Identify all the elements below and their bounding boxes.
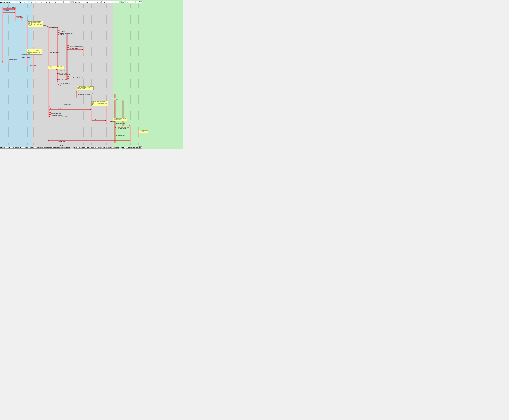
process-label-app-top: App process xyxy=(139,0,146,2)
header-a-activitythread: A_ActivityThread xyxy=(111,1,119,3)
footer-l-instrumentation: L_Instrumentation xyxy=(11,147,20,149)
region-system xyxy=(32,0,113,149)
process-label-system-top: System process xyxy=(60,0,69,2)
note-new-process: 如果创建了新的进程，新的进程会写入android.app.ActivityThr… xyxy=(77,86,94,90)
note-appthread-callback: 通过ApplicationThread的代理通道，回调Launcher进程和La… xyxy=(27,49,42,54)
process-label-app-bottom: App process xyxy=(139,145,146,147)
header-l-h: L_H xyxy=(20,1,23,3)
region-launcher xyxy=(0,0,32,149)
footer-mainactivity: MainActivity xyxy=(135,147,142,149)
footer-activity: Activity xyxy=(6,147,11,149)
footer-a-h: A_H xyxy=(121,147,125,149)
header-a-instrumentation: A_Instrumentation xyxy=(126,1,135,3)
note-ams-launcher-paused: 通知AMS，Launcher进程页面已经Paused... xyxy=(48,66,64,69)
diagram-container: Launcher process System process App proc… xyxy=(0,0,183,149)
footer-a-activitythread: A_ActivityThread xyxy=(111,147,119,149)
footer-a-applicationthread: A_ApplicationThread xyxy=(101,147,112,149)
note-appthreadproxy-callback: 通过ApplicationThreadProxy回调App进程启动页面. xyxy=(113,118,127,121)
process-label-launcher-bottom: Launcher process xyxy=(9,145,20,147)
footer-l-h: L_H xyxy=(20,147,23,149)
footer-launcher: Launcher xyxy=(0,147,6,149)
process-label-system-bottom: System process xyxy=(60,145,69,147)
note-appthread-ams: 将本地的ApplicationThread传送AMS，完成绑定，在逐渐Activ… xyxy=(91,101,108,106)
note-ams-proxy: ActivityManagerNative.getDefault()获取Acti… xyxy=(28,21,43,27)
footer-a-instrumentation: A_Instrumentation xyxy=(126,147,135,149)
header-launcher: Launcher xyxy=(0,1,6,3)
header-a-applicationthread: A_ApplicationThread xyxy=(101,1,112,3)
footer-activitystack: ActivityStack xyxy=(64,147,71,149)
header-a-h: A_H xyxy=(121,1,125,3)
footer-activitystacksupervisor: ActivityStackSupervisor xyxy=(52,147,64,149)
note-oncreate-lifecycle: 大家期待的生命周期onCreate()!! xyxy=(139,130,148,133)
region-app xyxy=(113,0,183,149)
process-label-launcher-top: Launcher process xyxy=(9,0,20,2)
